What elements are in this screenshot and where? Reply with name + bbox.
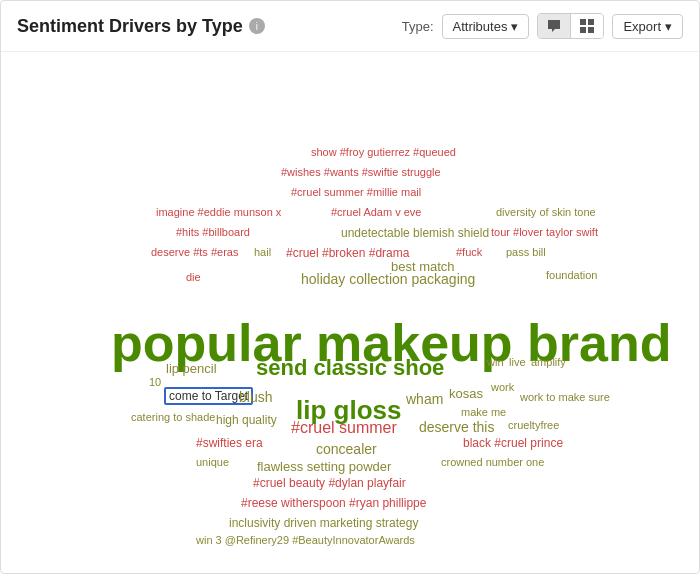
word-item[interactable]: #hits #billboard bbox=[176, 227, 250, 238]
word-item[interactable]: work to make sure bbox=[520, 392, 610, 403]
export-button[interactable]: Export ▾ bbox=[612, 14, 683, 39]
word-item[interactable]: imagine #eddie munson x bbox=[156, 207, 281, 218]
grid-view-button[interactable] bbox=[571, 14, 603, 38]
controls: Type: Attributes ▾ Export ▾ bbox=[402, 13, 683, 39]
word-item[interactable]: lip pencil bbox=[166, 362, 217, 375]
word-cloud-area: show #froy gutierrez #queued#wishes #wan… bbox=[1, 52, 699, 573]
info-icon[interactable]: i bbox=[249, 18, 265, 34]
svg-rect-3 bbox=[588, 27, 594, 33]
word-item[interactable]: pass bill bbox=[506, 247, 546, 258]
word-item[interactable]: #fuck bbox=[456, 247, 482, 258]
svg-rect-1 bbox=[588, 19, 594, 25]
word-item[interactable]: #cruel Adam v eve bbox=[331, 207, 422, 218]
type-label: Type: bbox=[402, 19, 434, 34]
word-item[interactable]: crowned number one bbox=[441, 457, 544, 468]
svg-rect-2 bbox=[580, 27, 586, 33]
word-item[interactable]: make me bbox=[461, 407, 506, 418]
chat-view-button[interactable] bbox=[538, 14, 571, 38]
word-item[interactable]: #cruel summer #millie mail bbox=[291, 187, 421, 198]
word-item[interactable]: concealer bbox=[316, 442, 377, 456]
page-title: Sentiment Drivers by Type bbox=[17, 16, 243, 37]
header: Sentiment Drivers by Type i Type: Attrib… bbox=[1, 1, 699, 52]
word-item[interactable]: #cruel summer bbox=[291, 420, 397, 436]
word-item[interactable]: #cruel beauty #dylan playfair bbox=[253, 477, 406, 489]
word-item[interactable]: holiday collection packaging bbox=[301, 272, 475, 286]
word-item[interactable]: #wishes #wants #swiftie struggle bbox=[281, 167, 441, 178]
main-container: Sentiment Drivers by Type i Type: Attrib… bbox=[0, 0, 700, 574]
word-item[interactable]: inclusivity driven marketing strategy bbox=[229, 517, 418, 529]
word-item[interactable]: die bbox=[186, 272, 201, 283]
word-item[interactable]: tour #lover taylor swift bbox=[491, 227, 598, 238]
word-cloud: show #froy gutierrez #queued#wishes #wan… bbox=[1, 52, 699, 573]
word-item[interactable]: diversity of skin tone bbox=[496, 207, 596, 218]
word-item[interactable]: unique bbox=[196, 457, 229, 468]
word-item[interactable]: wham bbox=[406, 392, 443, 406]
chat-icon bbox=[546, 18, 562, 34]
type-dropdown[interactable]: Attributes ▾ bbox=[442, 14, 530, 39]
word-item[interactable]: live bbox=[509, 357, 526, 368]
word-item[interactable]: #cruel #broken #drama bbox=[286, 247, 409, 259]
word-item[interactable]: hail bbox=[254, 247, 271, 258]
word-item[interactable]: win 3 @Refinery29 #BeautyInnovatorAwards bbox=[196, 535, 415, 546]
word-item[interactable]: flawless setting powder bbox=[257, 460, 391, 473]
title-area: Sentiment Drivers by Type i bbox=[17, 16, 402, 37]
word-item[interactable]: 10 bbox=[149, 377, 161, 388]
word-item[interactable]: show #froy gutierrez #queued bbox=[311, 147, 456, 158]
word-item[interactable]: high quality bbox=[216, 414, 277, 426]
word-item[interactable]: amplify bbox=[531, 357, 566, 368]
word-item[interactable]: #swifties era bbox=[196, 437, 263, 449]
word-item[interactable]: blush bbox=[239, 390, 272, 404]
svg-rect-0 bbox=[580, 19, 586, 25]
grid-icon bbox=[579, 18, 595, 34]
word-item[interactable]: catering to shade bbox=[131, 412, 215, 423]
word-item[interactable]: deserve this bbox=[419, 420, 494, 434]
word-item[interactable]: kosas bbox=[449, 387, 483, 400]
word-item[interactable]: win bbox=[487, 357, 504, 368]
word-item[interactable]: #reese witherspoon #ryan phillippe bbox=[241, 497, 426, 509]
word-item[interactable]: work bbox=[491, 382, 514, 393]
word-item[interactable]: crueltyfree bbox=[508, 420, 559, 431]
word-item[interactable]: undetectable blemish shield bbox=[341, 227, 489, 239]
view-toggle bbox=[537, 13, 604, 39]
word-item[interactable]: black #cruel prince bbox=[463, 437, 563, 449]
word-item[interactable]: deserve #ts #eras bbox=[151, 247, 238, 258]
word-item[interactable]: send classic shoe bbox=[256, 357, 444, 379]
word-item[interactable]: foundation bbox=[546, 270, 597, 281]
